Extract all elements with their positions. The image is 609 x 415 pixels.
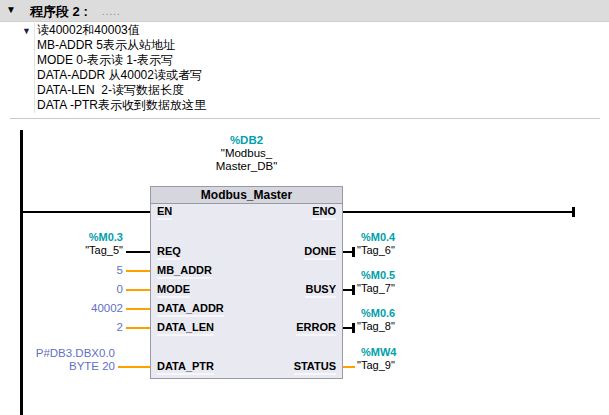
- block-title[interactable]: Modbus_Master: [151, 187, 342, 204]
- operand-busy[interactable]: %M0.5 "Tag_7": [357, 269, 395, 295]
- network-title: 程序段 2 :: [30, 3, 88, 21]
- pin-req[interactable]: REQ: [157, 245, 181, 260]
- pin-mode[interactable]: MODE: [157, 283, 190, 298]
- network-title-bar[interactable]: ▼ 程序段 2 : .....: [0, 0, 609, 22]
- pin-data-ptr[interactable]: DATA_PTR: [157, 360, 214, 375]
- comment-line: MODE 0-表示读 1-表示写: [37, 53, 206, 68]
- operand-data-ptr-line1: P#DB3.DBX0.0: [36, 347, 115, 360]
- pin-data-addr[interactable]: DATA_ADDR: [157, 302, 224, 317]
- operand-done-address: %M0.4: [357, 231, 395, 244]
- busy-wire-terminator: [352, 285, 355, 295]
- pin-eno[interactable]: ENO: [312, 205, 336, 220]
- operand-data-addr[interactable]: 40002: [91, 302, 123, 315]
- req-wire: [126, 251, 150, 253]
- network-separator-line: [10, 118, 600, 119]
- network-title-placeholder-dots[interactable]: .....: [102, 6, 121, 17]
- operand-req-tag: "Tag_5": [85, 244, 123, 257]
- power-rail: [20, 130, 23, 415]
- db-name-line1: "Modbus_: [150, 147, 343, 160]
- comment-line: 读40002和40003值: [37, 23, 206, 38]
- operand-data-len-value: 2: [117, 321, 123, 334]
- operand-busy-address: %M0.5: [357, 269, 395, 282]
- eno-wire-terminator: [572, 207, 575, 217]
- error-wire-terminator: [352, 323, 355, 333]
- mode-wire: [126, 289, 150, 291]
- network-collapse-icon[interactable]: ▼: [6, 4, 16, 15]
- operand-data-len[interactable]: 2: [117, 321, 123, 334]
- operand-req-address: %M0.3: [85, 231, 123, 244]
- en-wire: [21, 211, 150, 213]
- operand-done[interactable]: %M0.4 "Tag_6": [357, 231, 395, 257]
- data-ptr-wire: [118, 366, 150, 368]
- operand-data-ptr-line2: BYTE 20: [36, 360, 115, 373]
- operand-done-tag: "Tag_6": [357, 244, 395, 257]
- operand-mode[interactable]: 0: [117, 283, 123, 296]
- ladder-editor-canvas: ▼ 程序段 2 : ..... ▼ 读40002和40003值 MB-ADDR …: [0, 0, 609, 415]
- operand-mode-value: 0: [117, 283, 123, 296]
- pin-mb-addr[interactable]: MB_ADDR: [157, 264, 212, 279]
- comment-line: DATA-LEN 2-读写数据长度: [37, 83, 206, 98]
- modbus-master-block[interactable]: Modbus_Master EN REQ MB_ADDR MODE DATA_A…: [150, 186, 343, 379]
- network-comment-area[interactable]: ▼ 读40002和40003值 MB-ADDR 5表示从站地址 MODE 0-表…: [0, 22, 609, 117]
- instance-db-header[interactable]: %DB2 "Modbus_ Master_DB": [150, 133, 343, 173]
- comment-line: DATA-ADDR 从40002读或者写: [37, 68, 206, 83]
- eno-wire: [343, 211, 574, 213]
- data-addr-wire: [126, 308, 150, 310]
- operand-status-tag: "Tag_9": [357, 359, 396, 372]
- operand-mb-addr-value: 5: [117, 264, 123, 277]
- done-wire-terminator: [352, 247, 355, 257]
- comment-line: DATA -PTR表示收到数据放这里: [37, 98, 206, 113]
- operand-mb-addr[interactable]: 5: [117, 264, 123, 277]
- pin-en[interactable]: EN: [157, 205, 172, 220]
- operand-status-address: %MW4: [357, 346, 396, 359]
- pin-data-len[interactable]: DATA_LEN: [157, 321, 214, 336]
- pin-busy[interactable]: BUSY: [305, 283, 336, 298]
- status-wire: [343, 366, 355, 368]
- pin-error[interactable]: ERROR: [296, 321, 336, 336]
- pin-status[interactable]: STATUS: [294, 360, 336, 375]
- mb-addr-wire: [126, 270, 150, 272]
- operand-data-addr-value: 40002: [91, 302, 123, 315]
- operand-error-tag: "Tag_8": [357, 320, 395, 333]
- operand-error-address: %M0.6: [357, 307, 395, 320]
- data-len-wire: [126, 327, 150, 329]
- operand-busy-tag: "Tag_7": [357, 282, 395, 295]
- operand-status[interactable]: %MW4 "Tag_9": [357, 346, 396, 372]
- network-comment[interactable]: 读40002和40003值 MB-ADDR 5表示从站地址 MODE 0-表示读…: [34, 23, 206, 113]
- operand-req[interactable]: %M0.3 "Tag_5": [85, 231, 123, 257]
- db-name-line2: Master_DB": [150, 160, 343, 173]
- db-address: %DB2: [150, 133, 343, 147]
- operand-error[interactable]: %M0.6 "Tag_8": [357, 307, 395, 333]
- pin-done[interactable]: DONE: [304, 245, 336, 260]
- comment-collapse-icon[interactable]: ▼: [22, 26, 31, 36]
- operand-data-ptr[interactable]: P#DB3.DBX0.0 BYTE 20: [36, 347, 115, 373]
- comment-line: MB-ADDR 5表示从站地址: [37, 38, 206, 53]
